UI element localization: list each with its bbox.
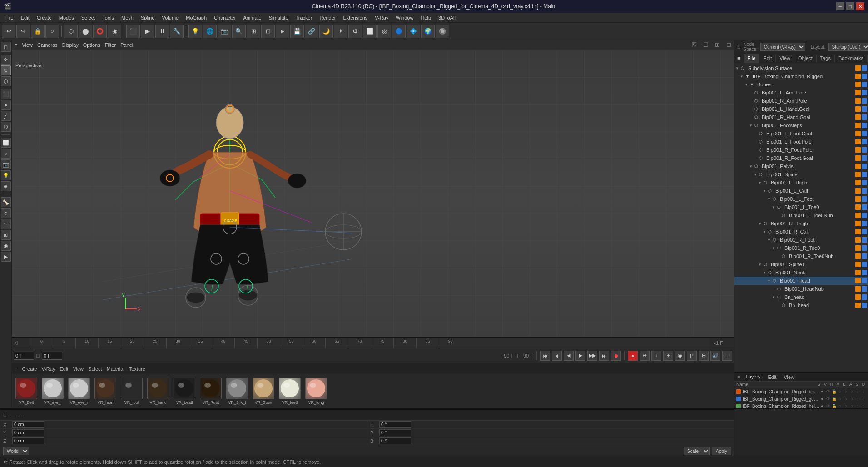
menu-item-character[interactable]: Character — [210, 14, 239, 21]
left-tool-poly-mode[interactable]: ⬡ — [1, 122, 11, 132]
menu-item-create[interactable]: Create — [33, 14, 55, 21]
tree-arrow-21[interactable]: ▼ — [767, 238, 773, 242]
scene-tab[interactable]: File — [744, 54, 760, 63]
toolbar-btn-0[interactable]: ↩ — [2, 25, 15, 38]
menu-item-animate[interactable]: Animate — [239, 14, 265, 21]
tree-item-19[interactable]: ▼⬡Bip001_R_Thigh — [734, 219, 868, 228]
transport-btn-7[interactable]: ⊟ — [699, 351, 709, 361]
layer-icon-0-0[interactable]: ● — [819, 389, 825, 394]
toolbar-btn-23[interactable]: ⚙ — [348, 25, 362, 38]
transport-btn-3[interactable]: + — [651, 351, 661, 361]
toolbar-btn-15[interactable]: 🔍 — [232, 25, 246, 38]
transport-btn-8[interactable]: 🔊 — [710, 351, 720, 361]
left-tool-material[interactable]: ◉ — [1, 241, 11, 251]
layer-icon-2-0[interactable]: ● — [819, 404, 825, 408]
left-tool-point-mode[interactable]: ● — [1, 100, 11, 110]
tree-item-29[interactable]: ⬡Bn_head — [734, 301, 868, 309]
toolbar-btn-11[interactable]: 🔧 — [170, 25, 184, 38]
layer-row-0[interactable]: IBF_Boxing_Champion_Rigged_bones●👁🔒○○○○○ — [734, 388, 868, 395]
layer-icon-0-5[interactable]: ○ — [849, 389, 854, 394]
toolbar-btn-2[interactable]: 🔒 — [31, 25, 45, 38]
transport-btn-4[interactable]: ⊞ — [663, 351, 673, 361]
tree-item-22[interactable]: ▼⬡Bip001_R_Toe0 — [734, 244, 868, 252]
left-tool-rotate[interactable]: ↻ — [1, 65, 11, 75]
material-item-2[interactable]: VR_eye_r — [67, 378, 91, 405]
view-tab-scene[interactable]: View — [776, 54, 794, 63]
vp-icon-3[interactable]: ⊞ — [715, 41, 720, 48]
tree-arrow-16[interactable]: ▼ — [767, 197, 773, 201]
menu-item-file[interactable]: File — [2, 14, 17, 21]
vp-icon-1[interactable]: ⇱ — [692, 41, 697, 48]
layer-row-2[interactable]: IBF_Boxing_Champion_Rigged_helpers●👁🔒○○○… — [734, 402, 868, 408]
tree-item-0[interactable]: ▼⬡Subdivision Surface — [734, 64, 868, 72]
mat-menu-create[interactable]: Create — [22, 366, 37, 372]
layer-icon-0-7[interactable]: ○ — [861, 389, 866, 394]
object-tab[interactable]: Object — [794, 54, 817, 63]
layer-icon-0-4[interactable]: ○ — [843, 389, 848, 394]
material-item-7[interactable]: VR_Rubt — [199, 378, 223, 405]
toolbar-btn-27[interactable]: 💠 — [407, 25, 420, 38]
tree-arrow-12[interactable]: ▼ — [749, 164, 754, 169]
vp-menu-options[interactable]: Options — [83, 42, 100, 48]
tree-item-26[interactable]: ▼⬡Bip001_Head — [734, 277, 868, 285]
layer-icon-2-1[interactable]: 👁 — [825, 404, 831, 408]
tree-item-4[interactable]: ⬡Bip001_R_Arm.Pole — [734, 97, 868, 105]
menu-item-select[interactable]: Select — [78, 14, 99, 21]
layer-icon-0-3[interactable]: ○ — [837, 389, 843, 394]
menu-item-mograph[interactable]: MoGraph — [182, 14, 210, 21]
left-tool-null[interactable]: ⊕ — [1, 181, 11, 191]
layer-icon-1-2[interactable]: 🔒 — [831, 397, 837, 401]
left-tool-joint[interactable]: 🦴 — [1, 197, 11, 207]
close-button[interactable]: ✕ — [856, 2, 864, 10]
tree-arrow-1[interactable]: ▼ — [740, 75, 745, 79]
tree-item-24[interactable]: ▼⬡Bip001_Spine1 — [734, 260, 868, 268]
transport-play-fast[interactable]: ▶▶ — [587, 351, 597, 361]
prop-p-input[interactable] — [379, 429, 411, 436]
menu-item-modes[interactable]: Modes — [55, 14, 78, 21]
layer-icon-2-4[interactable]: ○ — [843, 404, 848, 408]
menu-item-v-ray[interactable]: V-Ray — [371, 14, 392, 21]
material-item-1[interactable]: VR_eye_l — [41, 378, 64, 405]
left-tool-light[interactable]: 💡 — [1, 170, 11, 180]
frame-input-2[interactable] — [42, 352, 62, 360]
left-tool-scale[interactable]: ⬡ — [1, 76, 11, 86]
layout-select[interactable]: Startup (User) — [828, 43, 868, 51]
tree-arrow-19[interactable]: ▼ — [758, 222, 764, 226]
transport-btn-1[interactable]: ● — [628, 351, 638, 361]
prop-z-input[interactable] — [12, 437, 44, 444]
menu-item-edit[interactable]: Edit — [17, 14, 33, 21]
mat-menu-material[interactable]: Material — [107, 366, 124, 372]
mat-menu-view[interactable]: View — [73, 366, 84, 372]
prop-x-input[interactable] — [12, 421, 44, 428]
transport-btn-9[interactable]: ≡ — [722, 351, 732, 361]
tree-item-27[interactable]: ⬡Bip001_HeadNub — [734, 285, 868, 293]
material-item-6[interactable]: VR_Leatl — [173, 378, 196, 405]
tree-item-3[interactable]: ⬡Bip001_L_Arm.Pole — [734, 89, 868, 97]
tree-item-15[interactable]: ▼⬡Bip001_L_Calf — [734, 187, 868, 195]
toolbar-btn-26[interactable]: 🔵 — [392, 25, 406, 38]
tree-arrow-20[interactable]: ▼ — [763, 230, 768, 234]
menu-item-tracker[interactable]: Tracker — [292, 14, 316, 21]
transport-btn-2[interactable]: ⊕ — [640, 351, 650, 361]
mat-menu-edit[interactable]: Edit — [60, 366, 68, 372]
left-tool-select[interactable]: ◻ — [1, 42, 11, 52]
toolbar-btn-12[interactable]: 💡 — [188, 25, 202, 38]
tree-item-13[interactable]: ▼⬡Bip001_Spine — [734, 170, 868, 179]
transport-btn-5[interactable]: ◉ — [675, 351, 685, 361]
tree-item-10[interactable]: ⬡Bip001_R_Foot.Pole — [734, 146, 868, 154]
prop-y-input[interactable] — [12, 429, 44, 436]
tree-arrow-13[interactable]: ▼ — [754, 173, 759, 177]
layers-tab[interactable]: Layers — [744, 373, 762, 380]
layer-icon-1-5[interactable]: ○ — [849, 397, 854, 401]
layer-row-1[interactable]: IBF_Boxing_Champion_Rigged_geometry●👁🔒○○… — [734, 395, 868, 402]
rp-file-icon[interactable]: ≡ — [734, 54, 744, 63]
toolbar-btn-6[interactable]: ⭕ — [93, 25, 107, 38]
tree-arrow-22[interactable]: ▼ — [772, 246, 777, 250]
tree-arrow-24[interactable]: ▼ — [758, 263, 764, 267]
viewport-canvas[interactable]: Perspective — [12, 50, 734, 337]
vp-menu-toggle[interactable]: ≡ — [15, 42, 17, 48]
transport-btn-6[interactable]: P — [687, 351, 697, 361]
tree-item-25[interactable]: ▼⬡Bip001_Neck — [734, 268, 868, 277]
toolbar-btn-10[interactable]: ⏸ — [155, 25, 169, 38]
layer-icon-1-6[interactable]: ○ — [855, 397, 860, 401]
